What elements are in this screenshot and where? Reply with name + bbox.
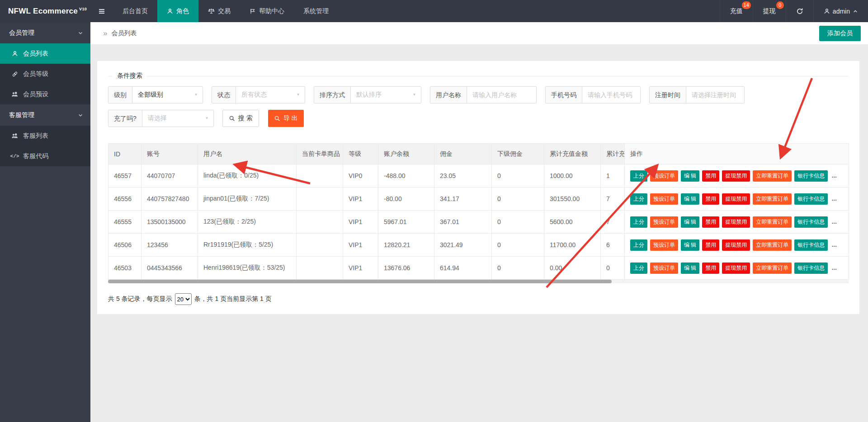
sidebar-item-service-code[interactable]: </>客服代码 (0, 146, 90, 166)
action-disable-button[interactable]: 禁用 (702, 239, 719, 251)
table-cell-account: 44070707 (142, 164, 198, 188)
action-more-button[interactable]: … (830, 216, 838, 228)
action-withdraw-disable-button[interactable]: 提现禁用 (722, 263, 750, 274)
action-add-points-button[interactable]: 上分 (630, 170, 647, 182)
action-add-points-button[interactable]: 上分 (630, 216, 647, 228)
action-add-points-button[interactable]: 上分 (630, 193, 647, 205)
sidebar-item-label: 客服列表 (23, 132, 48, 140)
action-preset-order-button[interactable]: 预设订单 (650, 193, 678, 205)
filter-label: 用户名称 (430, 87, 467, 103)
action-more-button[interactable]: … (830, 239, 838, 251)
action-reset-order-button[interactable]: 立即重置订单 (753, 263, 792, 274)
search-icon (229, 115, 235, 122)
level-filter-group: 级别全部级别▼ (108, 86, 203, 103)
add-member-button[interactable]: 添加会员 (819, 26, 861, 41)
action-preset-order-button[interactable]: 预设订单 (650, 216, 678, 228)
nav-item-system[interactable]: 系统管理 (294, 0, 338, 22)
table-cell-balance: -80.00 (378, 188, 434, 211)
nav-item-home[interactable]: 后台首页 (113, 0, 157, 22)
action-reset-order-button[interactable]: 立即重置订单 (753, 170, 792, 182)
action-add-points-button[interactable]: 上分 (630, 263, 647, 274)
main-layout: 会员管理会员列表会员等级会员预设客服管理客服列表</>客服代码 » 会员列表 添… (0, 22, 868, 422)
sort-filter-group: 排序方式默认排序▼ (314, 86, 421, 103)
sidebar-item-service-list[interactable]: 客服列表 (0, 126, 90, 146)
action-preset-order-button[interactable]: 预设订单 (650, 170, 678, 182)
action-withdraw-disable-button[interactable]: 提现禁用 (722, 216, 750, 228)
action-preset-order-button[interactable]: 预设订单 (650, 263, 678, 274)
action-withdraw-disable-button[interactable]: 提现禁用 (722, 193, 750, 205)
sidebar-group-label: 客服管理 (9, 111, 34, 119)
action-edit-button[interactable]: 编 辑 (681, 193, 699, 205)
table-cell-balance: 12820.21 (378, 234, 434, 257)
action-reset-order-button[interactable]: 立即重置订单 (753, 239, 792, 251)
filter-label: 级别 (108, 87, 132, 103)
table-cell-total-recharge: 1000.00 (544, 164, 601, 188)
username-input[interactable] (467, 87, 536, 103)
sidebar-group-service-mgmt[interactable]: 客服管理 (0, 104, 90, 126)
user-icon (824, 8, 830, 14)
code-icon: </> (11, 154, 19, 159)
member-table-wrap: ID账号用户名当前卡单商品等级账户余额佣金下级佣金累计充值金额累计充值操作465… (108, 143, 849, 283)
action-reset-order-button[interactable]: 立即重置订单 (753, 216, 792, 228)
caret-down-icon: ▼ (413, 93, 416, 97)
sidebar-group-member-mgmt[interactable]: 会员管理 (0, 22, 90, 43)
nav-item-role[interactable]: 角色 (157, 0, 198, 22)
table-header-cell: 下级佣金 (492, 144, 544, 164)
action-more-button[interactable]: … (830, 193, 838, 205)
recharge-badge: 14 (742, 1, 751, 9)
sidebar-item-member-list[interactable]: 会员列表 (0, 43, 90, 64)
horizontal-scrollbar[interactable] (108, 280, 849, 283)
action-reset-order-button[interactable]: 立即重置订单 (753, 193, 792, 205)
level-select[interactable]: 全部级别▼ (132, 87, 203, 103)
search-fieldset: 条件搜索 级别全部级别▼状态所有状态▼排序方式默认排序▼用户名称手机号码注册时间… (108, 72, 849, 127)
action-disable-button[interactable]: 禁用 (702, 193, 719, 205)
action-edit-button[interactable]: 编 辑 (681, 263, 699, 274)
action-more-button[interactable]: … (830, 170, 838, 182)
status-select[interactable]: 所有状态▼ (236, 87, 305, 103)
table-row: 465030445343566Henri198619(已领取：53/25)VIP… (108, 257, 849, 280)
table-cell-id: 46557 (108, 164, 142, 188)
action-edit-button[interactable]: 编 辑 (681, 170, 699, 182)
action-add-points-button[interactable]: 上分 (630, 239, 647, 251)
withdraw-button[interactable]: 提现 0 (753, 0, 786, 22)
regtime-input[interactable] (686, 87, 744, 103)
nav-item-trade[interactable]: 交易 (198, 0, 240, 22)
action-disable-button[interactable]: 禁用 (702, 170, 719, 182)
table-cell-level: VIP1 (343, 234, 378, 257)
nav-item-help[interactable]: 帮助中心 (240, 0, 294, 22)
table-cell-total-recharge: 0.00 (544, 257, 601, 280)
hamburger-icon (98, 8, 105, 15)
user-menu[interactable]: admin (813, 0, 868, 22)
table-cell-recharge-count: 7 (601, 188, 625, 211)
action-bank-card-button[interactable]: 银行卡信息 (794, 239, 828, 251)
table-header-cell: 等级 (343, 144, 378, 164)
top-nav-menu: 后台首页角色交易帮助中心系统管理 (113, 0, 338, 22)
action-edit-button[interactable]: 编 辑 (681, 216, 699, 228)
refresh-button[interactable] (786, 0, 813, 22)
export-button[interactable]: 导 出 (268, 110, 304, 127)
table-cell-level: VIP0 (343, 164, 378, 188)
sidebar-item-member-level[interactable]: 会员等级 (0, 64, 90, 84)
action-bank-card-button[interactable]: 银行卡信息 (794, 263, 828, 274)
search-button[interactable]: 搜 索 (222, 110, 259, 127)
recharged-select[interactable]: 请选择▼ (142, 110, 213, 127)
action-edit-button[interactable]: 编 辑 (681, 239, 699, 251)
scrollbar-thumb[interactable] (108, 280, 612, 283)
action-bank-card-button[interactable]: 银行卡信息 (794, 170, 828, 182)
sort-select[interactable]: 默认排序▼ (351, 87, 421, 103)
action-bank-card-button[interactable]: 银行卡信息 (794, 216, 828, 228)
action-disable-button[interactable]: 禁用 (702, 216, 719, 228)
recharge-button[interactable]: 充值 14 (720, 0, 753, 22)
page-size-select[interactable]: 20 (175, 293, 192, 305)
action-disable-button[interactable]: 禁用 (702, 263, 719, 274)
sidebar-item-member-preset[interactable]: 会员预设 (0, 84, 90, 104)
action-bank-card-button[interactable]: 银行卡信息 (794, 193, 828, 205)
menu-toggle-button[interactable] (90, 0, 113, 22)
action-preset-order-button[interactable]: 预设订单 (650, 239, 678, 251)
users-icon (11, 132, 19, 139)
action-more-button[interactable]: … (830, 263, 838, 274)
phone-input[interactable] (582, 87, 640, 103)
action-withdraw-disable-button[interactable]: 提现禁用 (722, 239, 750, 251)
action-withdraw-disable-button[interactable]: 提现禁用 (722, 170, 750, 182)
regtime-filter-group: 注册时间 (649, 86, 745, 103)
